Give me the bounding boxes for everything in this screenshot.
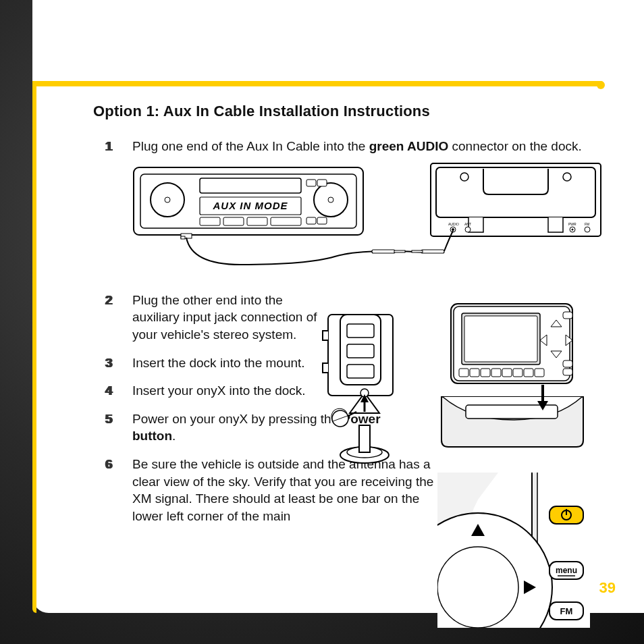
step-text-post: . — [172, 429, 176, 443]
fm-button-label: FM — [560, 606, 573, 616]
svg-rect-35 — [347, 344, 374, 358]
svg-rect-52 — [563, 369, 572, 375]
figure-mount-dock — [304, 311, 425, 469]
step-text-post: connector on the dock. — [448, 139, 582, 153]
svg-rect-60 — [535, 369, 544, 377]
svg-rect-54 — [470, 369, 479, 377]
accent-bar-icon — [32, 81, 603, 86]
dock-ant-label: ANT — [464, 222, 471, 226]
manual-page: Option 1: Aux In Cable Installation Inst… — [32, 0, 644, 613]
svg-rect-2 — [200, 178, 301, 193]
svg-point-20 — [563, 173, 571, 181]
page-content: Option 1: Aux In Cable Installation Inst… — [93, 103, 590, 566]
step-text: Plug one end of the Aux In Cable into th… — [132, 139, 369, 153]
step-text: Insert the dock into the mount. — [132, 356, 305, 370]
svg-rect-51 — [563, 360, 572, 367]
svg-rect-55 — [481, 369, 490, 377]
svg-point-23 — [465, 227, 471, 232]
svg-rect-50 — [563, 312, 572, 319]
svg-point-68 — [437, 547, 518, 628]
svg-rect-56 — [491, 369, 501, 377]
svg-point-19 — [460, 173, 468, 181]
svg-rect-43 — [359, 425, 370, 452]
svg-rect-5 — [223, 217, 244, 225]
power-closeup-icon: menu FM — [437, 473, 590, 628]
svg-point-25 — [572, 228, 574, 230]
svg-point-9 — [165, 197, 170, 203]
svg-point-22 — [452, 228, 454, 231]
step-1: Plug one end of the Aux In Cable into th… — [132, 138, 590, 275]
figure-power-closeup: menu FM — [437, 473, 590, 628]
onyx-dock-icon — [435, 298, 590, 454]
svg-rect-31 — [412, 250, 423, 252]
aux-cable-diagram-icon: AUX IN MODE — [132, 161, 605, 275]
dock-audio-label: AUDIO — [448, 222, 459, 226]
mount-dock-icon — [304, 311, 425, 469]
svg-rect-27 — [181, 236, 185, 239]
accent-vert-icon — [32, 82, 36, 613]
svg-rect-53 — [459, 369, 468, 377]
svg-rect-58 — [513, 369, 522, 377]
menu-button-label: menu — [556, 566, 577, 575]
svg-rect-15 — [317, 217, 327, 224]
stereo-display-text: AUX IN MODE — [212, 200, 288, 211]
svg-rect-6 — [247, 217, 267, 225]
svg-rect-28 — [372, 250, 395, 253]
svg-point-11 — [328, 197, 333, 203]
step-bold: green AUDIO — [369, 139, 449, 153]
step-text: Plug the other end into the auxiliary in… — [132, 293, 317, 342]
svg-rect-30 — [421, 250, 444, 253]
page-number: 39 — [599, 579, 616, 597]
svg-rect-13 — [317, 180, 327, 186]
svg-rect-49 — [464, 316, 537, 362]
figure-onyx-dock — [435, 298, 590, 454]
svg-rect-34 — [347, 324, 374, 338]
dock-pwr-label: PWR — [568, 222, 576, 226]
svg-rect-57 — [502, 369, 512, 377]
svg-rect-29 — [394, 250, 405, 252]
svg-rect-36 — [347, 365, 374, 378]
svg-rect-7 — [271, 217, 301, 225]
svg-rect-59 — [524, 369, 533, 377]
svg-rect-12 — [306, 180, 316, 186]
page-title: Option 1: Aux In Cable Installation Inst… — [93, 103, 590, 120]
svg-rect-14 — [306, 217, 316, 224]
svg-rect-4 — [200, 217, 220, 225]
step-text: Insert your onyX into the dock. — [132, 383, 306, 398]
dock-fm-label: FM — [585, 222, 589, 226]
figure-aux-cable: AUX IN MODE — [132, 161, 590, 275]
svg-point-26 — [585, 227, 590, 232]
